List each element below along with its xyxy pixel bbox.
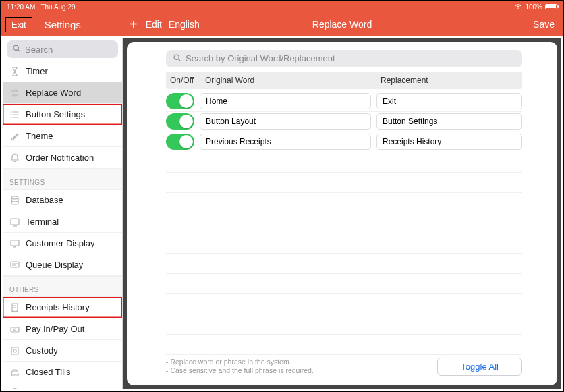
add-button[interactable]: + (130, 17, 138, 32)
swap-icon (9, 88, 20, 99)
queue-icon (9, 260, 20, 271)
panel-search-placeholder: Search by Original Word/Replacement (186, 53, 335, 63)
col-onoff: On/Off (166, 76, 202, 85)
app-root: 11:20 AM Thu Aug 29 100% Exit Settings +… (0, 0, 564, 392)
row-toggle[interactable] (166, 134, 194, 150)
table-row: HomeExit (166, 92, 522, 112)
replacement-input[interactable]: Receipts History (376, 134, 522, 150)
status-bar: 11:20 AM Thu Aug 29 100% (1, 1, 563, 12)
empty-row (166, 152, 522, 173)
sidebar-search[interactable]: Search (7, 40, 118, 58)
sidebar-item-clock-in-out[interactable]: Clock In/Out (3, 383, 122, 389)
wifi-icon (514, 3, 522, 11)
topbar-left: Exit Settings (1, 12, 121, 36)
status-date: Thu Aug 29 (40, 3, 75, 11)
sidebar-item-label: Timer (26, 66, 48, 76)
sidebar-item-terminal[interactable]: Terminal (3, 211, 122, 233)
empty-row (166, 213, 522, 233)
safe-icon (9, 345, 20, 356)
sidebar-section-settings: SETTINGS (3, 169, 122, 190)
settings-title: Settings (45, 19, 81, 30)
status-time-date: 11:20 AM Thu Aug 29 (7, 3, 76, 11)
edit-button[interactable]: Edit (146, 19, 162, 30)
svg-rect-7 (11, 240, 19, 246)
svg-rect-11 (11, 347, 18, 354)
exit-button[interactable]: Exit (5, 17, 32, 32)
svg-point-10 (14, 329, 16, 331)
replacement-input[interactable]: Button Settings (376, 113, 522, 130)
sidebar-item-label: Replace Word (26, 88, 81, 98)
terminal-icon (9, 217, 20, 227)
panel-footer: - Replace word or phrase in the system. … (138, 355, 546, 379)
original-word-input[interactable]: Previous Receipts (200, 134, 371, 150)
sidebar-item-theme[interactable]: Theme (3, 125, 122, 147)
original-word-input[interactable]: Home (200, 93, 371, 109)
sidebar-item-label: Database (26, 195, 63, 205)
table-header: On/Off Original Word Replacement (166, 72, 522, 89)
svg-point-3 (11, 114, 12, 115)
topbar: Exit Settings + Edit English Replace Wor… (1, 12, 563, 36)
replacement-input[interactable]: Exit (376, 93, 522, 109)
sidebar-item-pay-in-pay-out[interactable]: Pay In/Pay Out (3, 318, 122, 340)
svg-rect-6 (11, 219, 19, 225)
svg-point-12 (13, 349, 16, 352)
svg-rect-9 (11, 327, 19, 332)
row-toggle[interactable] (166, 113, 194, 130)
sidebar-item-label: Customer Display (26, 238, 95, 248)
database-icon (9, 195, 20, 206)
sidebar-item-button-settings[interactable]: Button Settings (3, 104, 122, 125)
sidebar-item-label: Receipts History (26, 302, 90, 312)
hint-line-1: - Replace word or phrase in the system. (166, 358, 314, 367)
sidebar-item-label: Button Settings (26, 109, 85, 119)
sidebar-item-customer-display[interactable]: Customer Display (3, 233, 122, 254)
display-icon (9, 238, 20, 249)
sidebar-item-closed-tills[interactable]: Closed Tills (3, 362, 122, 383)
sidebar-item-label: Pay In/Pay Out (26, 324, 84, 334)
sidebar-item-order-notification[interactable]: Order Notification (3, 147, 122, 169)
main-panel: Search by Original Word/Replacement On/O… (123, 38, 561, 389)
sidebar-item-timer[interactable]: Timer (3, 61, 122, 82)
sidebar-item-label: Order Notification (26, 152, 94, 163)
svg-line-1 (18, 50, 20, 52)
sidebar-item-database[interactable]: Database (3, 190, 122, 211)
svg-point-5 (11, 196, 18, 199)
toggle-all-button[interactable]: Toggle All (437, 358, 522, 376)
sidebar-item-label: Clock In/Out (26, 387, 74, 390)
replace-table: On/Off Original Word Replacement HomeExi… (138, 72, 546, 355)
save-button[interactable]: Save (533, 19, 555, 30)
empty-row (166, 294, 522, 314)
sidebar-item-receipts-history[interactable]: Receipts History (3, 297, 122, 318)
till-icon (9, 367, 20, 378)
sidebar-search-placeholder: Search (25, 45, 53, 55)
sidebar-item-custody[interactable]: Custody (3, 340, 122, 362)
svg-point-4 (11, 117, 12, 118)
original-word-input[interactable]: Button Layout (200, 113, 371, 130)
brush-icon (9, 131, 20, 142)
status-time: 11:20 AM (7, 3, 35, 11)
row-toggle[interactable] (166, 93, 194, 109)
hints: - Replace word or phrase in the system. … (166, 358, 314, 376)
search-icon (173, 53, 181, 64)
sidebar-item-label: Closed Tills (26, 367, 70, 377)
empty-row (166, 335, 522, 355)
language-button[interactable]: English (169, 19, 200, 30)
sidebar-item-queue-display[interactable]: Queue Display (3, 254, 122, 276)
receipt-icon (9, 302, 20, 313)
svg-point-2 (11, 111, 12, 113)
sidebar-item-label: Queue Display (26, 260, 83, 270)
clock-icon (9, 387, 20, 389)
col-original: Original Word (202, 76, 376, 85)
sidebar-item-replace-word[interactable]: Replace Word (3, 82, 122, 104)
empty-row (166, 314, 522, 335)
cash-icon (9, 324, 20, 335)
topbar-right: + Edit English Replace Word Save (121, 12, 563, 36)
sidebar-item-label: Custody (26, 345, 58, 356)
panel-search[interactable]: Search by Original Word/Replacement (166, 50, 522, 67)
sidebar-item-label: Terminal (26, 217, 59, 227)
empty-row (166, 254, 522, 274)
empty-row (166, 233, 522, 254)
content-card: Search by Original Word/Replacement On/O… (127, 42, 557, 385)
empty-row (166, 274, 522, 294)
hourglass-icon (9, 66, 20, 77)
sidebar-section-others: OTHERS (3, 277, 122, 297)
